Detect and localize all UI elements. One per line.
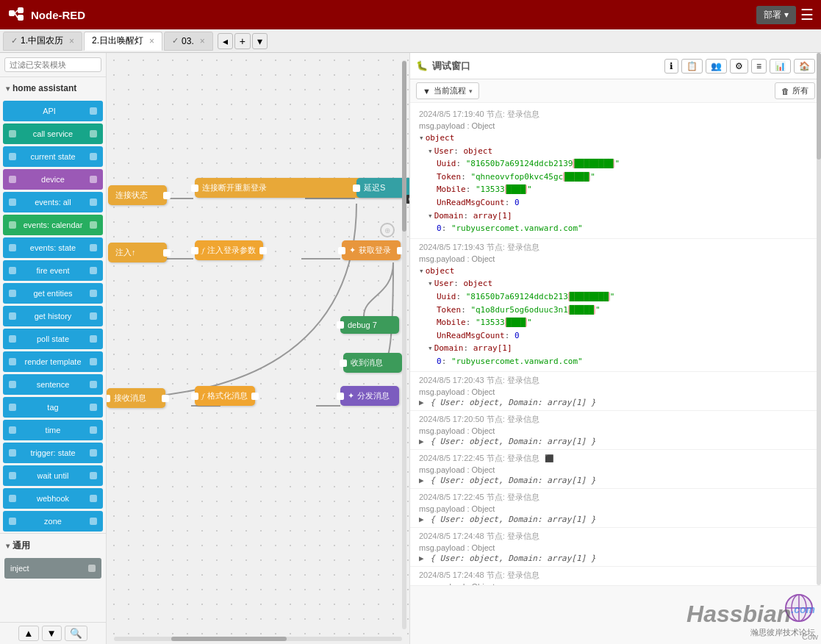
canvas-node-zhuru-denglu-canshu[interactable]: 𝑓 注入登录参数 (195, 240, 263, 260)
sidebar-item-wait-until[interactable]: wait until (3, 465, 103, 486)
sidebar-item-webhook[interactable]: webhook (3, 488, 103, 509)
sidebar-scroll-down-button[interactable]: ▼ (42, 626, 62, 641)
debug-users-button[interactable]: 👥 (706, 59, 727, 74)
tab-3[interactable]: ✓ 03. × (164, 32, 213, 51)
sidebar-item-trigger-state[interactable]: trigger: state (3, 443, 103, 463)
sidebar-node-label: webhook (37, 494, 69, 503)
canvas-scrollbar-vertical[interactable] (402, 60, 406, 629)
sidebar-node-left-port (9, 244, 16, 251)
sidebar-node-right-port (90, 221, 97, 229)
tabbar-actions: ◂ + ▾ (218, 33, 268, 49)
sidebar-node-right-port (90, 244, 97, 251)
sidebar-item-current-state[interactable]: current state (3, 146, 103, 167)
sidebar-group-title-home-assistant[interactable]: ▾ home assistant (4, 80, 101, 96)
canvas-node-geshihua-xiaoxi[interactable]: 𝑓 格式化消息 (195, 386, 255, 406)
deploy-button[interactable]: 部署 ▾ (756, 6, 796, 24)
debug-filter: ▼ 当前流程 ▾ 🗑 所有 (410, 79, 821, 103)
tab-add-button[interactable]: + (234, 33, 251, 49)
tab-close-icon[interactable]: × (149, 36, 154, 46)
sidebar-item-api[interactable]: API (3, 101, 103, 121)
sidebar-item-render-template[interactable]: render template (3, 351, 103, 372)
debug-node-label: 节点: 登录信息 (487, 376, 539, 384)
sidebar-item-call-service[interactable]: call service (3, 124, 103, 144)
sidebar-group-title-general[interactable]: ▾ 通用 (4, 537, 101, 555)
tab-more-button[interactable]: ▾ (252, 33, 268, 49)
sidebar-scroll-up-button[interactable]: ▲ (18, 626, 38, 641)
debug-copy-button[interactable]: 📋 (681, 59, 703, 74)
canvas-node-jieshou-xiaoxi[interactable]: 接收消息 (107, 388, 165, 408)
debug-info-button[interactable]: ℹ (664, 59, 678, 74)
canvas-node-shoudao-xiaoxi[interactable]: 收到消息 (343, 353, 402, 373)
canvas-node-fenfa-xiaoxi[interactable]: ✦ 分发消息 (340, 386, 399, 406)
tab-label: 1.中国农历 (21, 35, 63, 47)
sidebar-item-device[interactable]: device (3, 169, 103, 190)
canvas-node-lianjie-zhuangtai[interactable]: 连接状态 (108, 185, 167, 205)
sidebar-search-button[interactable]: 🔍 (65, 626, 87, 641)
debug-timestamp: 2024/8/5 17:20:50 (419, 415, 484, 423)
debug-entry-5: 2024/8/5 17:22:45 节点: 登录信息 ⬛ msg.payload… (410, 450, 821, 489)
filter-all-button[interactable]: 🗑 所有 (775, 82, 815, 99)
tree-expand-icon[interactable]: ▶ (419, 476, 424, 485)
canvas-scrollbar-horizontal[interactable] (114, 637, 402, 641)
debug-payload-type: msg.payload : Object (419, 504, 815, 513)
debug-content[interactable]: 2024/8/5 17:19:40 节点: 登录信息 msg.payload :… (410, 103, 821, 585)
sidebar-item-events-calendar[interactable]: events: calendar (3, 215, 103, 235)
node-label: 延迟S (364, 182, 385, 193)
debug-list-button[interactable]: ≡ (751, 59, 767, 74)
sidebar-item-events-all[interactable]: events: all (3, 192, 103, 212)
tab-close-icon[interactable]: × (69, 36, 74, 46)
tab-1-zhongguo-nongli[interactable]: ✓ 1.中国农历 × (3, 32, 82, 51)
sidebar-item-poll-state[interactable]: poll state (3, 329, 103, 349)
chevron-down-icon: ▾ (6, 542, 10, 550)
canvas-area[interactable]: 连接状态 连接断开重新登录 延迟S 0 注入↑ 𝑓 注入登录参数 (107, 53, 409, 644)
sidebar-item-inject[interactable]: inject (4, 558, 101, 579)
debug-timestamp: 2024/8/5 17:24:48 (419, 570, 484, 579)
sidebar-item-sentence[interactable]: sentence (3, 374, 103, 395)
tree-expand-icon[interactable]: ▶ (419, 515, 424, 524)
svg-rect-0 (9, 10, 15, 16)
debug-filter-right: 🗑 所有 (775, 82, 815, 99)
debug-payload-type: msg.payload : Object (419, 254, 815, 263)
sidebar-node-right-port (90, 290, 97, 297)
tree-expand-icon[interactable]: ▶ (419, 398, 424, 407)
debug-scrollbar-vertical[interactable] (817, 53, 821, 585)
tree-expand-icon[interactable]: ▾ (428, 279, 433, 288)
topbar-left: Node-RED (7, 4, 85, 26)
tab-close-icon[interactable]: × (200, 36, 205, 46)
sidebar-item-get-history[interactable]: get history (3, 306, 103, 326)
tree-expand-icon[interactable]: ▶ (419, 554, 424, 563)
debug-chart-button[interactable]: 📊 (770, 59, 791, 74)
tree-expand-icon[interactable]: ▾ (428, 343, 433, 353)
filter-current-flow-button[interactable]: ▼ 当前流程 ▾ (416, 82, 479, 99)
sidebar: ▾ home assistant API call service cur (0, 53, 107, 644)
canvas-node-zhuru[interactable]: 注入↑ (108, 243, 167, 262)
debug-settings-button[interactable]: ⚙ (730, 59, 748, 74)
sidebar-node-label: zone (44, 517, 62, 526)
sidebar-item-get-entities[interactable]: get entities (3, 283, 103, 304)
hamburger-menu-icon[interactable]: ☰ (800, 6, 814, 24)
debug-entry-body: ▶ { User: object, Domain: array[1] } (419, 554, 815, 563)
main-layout: ▾ home assistant API call service cur (0, 53, 821, 644)
sidebar-item-zone[interactable]: zone (3, 511, 103, 532)
tree-expand-icon[interactable]: ▾ (419, 266, 424, 276)
sidebar-group-label: 通用 (12, 540, 30, 552)
sidebar-item-time[interactable]: time (3, 420, 103, 440)
sidebar-item-tag[interactable]: tag (3, 397, 103, 418)
tree-expand-icon[interactable]: ▾ (428, 146, 433, 156)
sidebar-node-left-port (9, 426, 16, 434)
tree-expand-icon[interactable]: ▶ (419, 437, 424, 446)
debug-entry-body: ▶ { User: object, Domain: array[1] } (419, 476, 815, 485)
canvas-node-huoqu-denglu[interactable]: ✦ 获取登录 (342, 240, 401, 260)
sidebar-node-left-port (9, 381, 16, 388)
search-input[interactable] (4, 57, 101, 72)
tree-expand-icon[interactable]: ▾ (428, 211, 433, 221)
tree-expand-icon[interactable]: ▾ (419, 133, 424, 143)
tab-2-ruchuchengdeng[interactable]: 2.日出唤醒灯 × (84, 32, 162, 51)
sidebar-item-fire-event[interactable]: fire event (3, 260, 103, 281)
tab-scroll-left-button[interactable]: ◂ (218, 33, 233, 49)
canvas-node-debug7[interactable]: debug 7 (340, 316, 399, 334)
scrollbar-thumb-horizontal (171, 637, 287, 641)
sidebar-item-events-state[interactable]: events: state (3, 237, 103, 258)
debug-home-button[interactable]: 🏠 (794, 59, 815, 74)
sidebar-node-left-port (9, 176, 16, 183)
